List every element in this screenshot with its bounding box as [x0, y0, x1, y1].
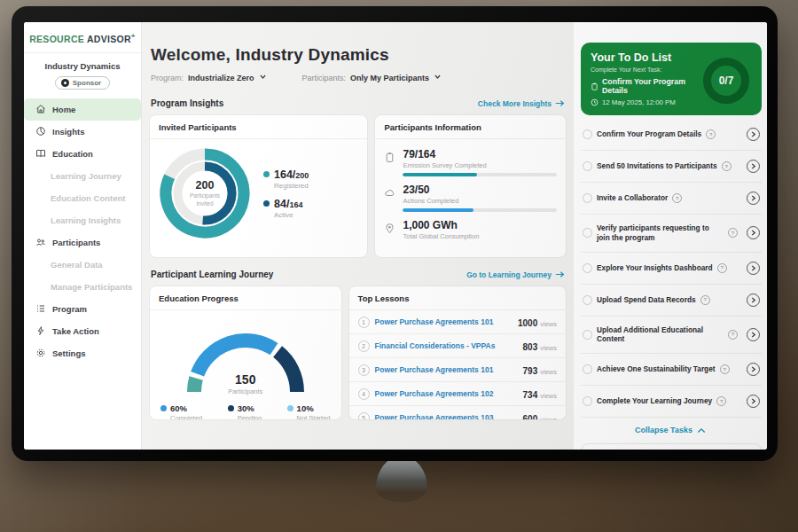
gauge-center: 150 Participants — [178, 372, 313, 395]
sponsor-icon — [61, 79, 69, 87]
task-checkbox[interactable] — [583, 295, 592, 305]
task-label: Upload Additional Educational Content — [597, 325, 724, 345]
lesson-title-link[interactable]: Financial Considerations - VPPAs — [375, 341, 518, 350]
lesson-title-link[interactable]: Power Purchase Agreements 101 — [375, 365, 518, 374]
sidebar-item-label: Learning Insights — [51, 215, 121, 225]
pinfo-label: Emission Survey Completed — [403, 161, 557, 169]
sidebar-item-label: Education Content — [51, 193, 125, 203]
gauge-center-value: 150 — [178, 372, 313, 387]
help-icon[interactable]: ? — [722, 161, 732, 171]
todo-next-task-label: Confirm Your Program Details — [602, 77, 697, 95]
task-checkbox[interactable] — [583, 193, 592, 203]
sidebar-item-label: Learning Journey — [51, 171, 121, 181]
task-row[interactable]: Achieve One Sustainability Target? — [581, 354, 762, 386]
education-legend-item: 10%Not Started — [287, 403, 331, 420]
legend-label: Active — [274, 211, 309, 219]
sidebar-item-education[interactable]: Education — [24, 143, 141, 165]
collapse-tasks-link[interactable]: Collapse Tasks — [574, 426, 767, 434]
clock-icon — [591, 98, 598, 106]
gauge-center-label: Participants — [178, 387, 313, 395]
sidebar-item-take-action[interactable]: Take Action — [24, 320, 141, 342]
task-checkbox[interactable] — [583, 161, 592, 171]
todo-next-task: Confirm Your Program Details — [591, 77, 697, 95]
task-open-button[interactable] — [747, 363, 760, 376]
task-row[interactable]: Upload Additional Educational Content? — [581, 317, 762, 355]
sponsor-label: Sponsor — [73, 79, 101, 87]
sidebar-item-label: Insights — [52, 127, 84, 137]
task-open-button[interactable] — [747, 226, 760, 239]
chevron-up-icon — [697, 427, 706, 434]
task-open-button[interactable] — [747, 128, 760, 141]
collapse-tasks-label: Collapse Tasks — [635, 426, 692, 434]
task-row[interactable]: Invite a Collaborator? — [581, 183, 762, 215]
sidebar-item-education-content[interactable]: Education Content — [24, 187, 141, 209]
help-icon[interactable]: ? — [716, 396, 726, 406]
participants-filter[interactable]: Participants: Only My Participants — [302, 73, 442, 82]
logo-secondary: ADVISOR — [87, 34, 131, 44]
lesson-title-link[interactable]: Power Purchase Agreements 103 — [375, 413, 518, 420]
arrow-right-icon — [555, 270, 565, 278]
sidebar-item-general-data[interactable]: General Data — [24, 254, 141, 276]
lesson-row: 4Power Purchase Agreements 102734views — [349, 382, 566, 406]
help-icon[interactable]: ? — [672, 193, 682, 203]
legend-dot — [160, 405, 167, 411]
task-checkbox[interactable] — [583, 263, 592, 273]
help-icon[interactable]: ? — [706, 129, 716, 139]
todo-summary-left: Your To Do List Complete Your Next Task:… — [591, 51, 697, 106]
task-open-button[interactable] — [747, 293, 760, 307]
task-row[interactable]: Complete Your Learning Journey? — [581, 386, 762, 418]
sidebar-item-manage-participants[interactable]: Manage Participants — [24, 276, 141, 298]
task-row[interactable]: Verify participants requesting to join t… — [581, 215, 762, 253]
lesson-rank: 5 — [358, 412, 370, 421]
sidebar-item-learning-journey[interactable]: Learning Journey — [24, 165, 141, 187]
help-icon[interactable]: ? — [700, 295, 710, 305]
sidebar-item-program[interactable]: Program — [24, 298, 141, 320]
sidebar-item-settings[interactable]: Settings — [24, 342, 141, 364]
filter-bar: Program: Industrialize Zero Participants… — [151, 73, 567, 82]
sidebar-item-participants[interactable]: Participants — [24, 231, 141, 254]
legend-label: Registered — [274, 182, 309, 190]
todo-title: Your To Do List — [591, 51, 697, 64]
task-row[interactable]: Confirm Your Program Details? — [581, 119, 762, 151]
task-checkbox[interactable] — [583, 228, 592, 238]
go-to-learning-journey-link[interactable]: Go to Learning Journey — [466, 270, 565, 279]
survey-icon — [384, 151, 395, 162]
sidebar-item-learning-insights[interactable]: Learning Insights — [24, 209, 141, 231]
program-insights-header: Program Insights Check More Insights — [149, 98, 567, 108]
sponsor-badge: Sponsor — [55, 76, 110, 90]
invited-participants-card: Invited Participants 200 Participants In… — [149, 114, 368, 258]
lesson-title-link[interactable]: Power Purchase Agreements 101 — [375, 317, 512, 326]
help-icon[interactable]: ? — [720, 364, 730, 374]
org-name: Industry Dynamics — [24, 61, 141, 71]
lesson-title-link[interactable]: Power Purchase Agreements 102 — [375, 389, 518, 398]
task-open-button[interactable] — [747, 160, 760, 173]
help-icon[interactable]: ? — [717, 263, 727, 273]
program-filter[interactable]: Program: Industrialize Zero — [151, 73, 267, 82]
task-checkbox[interactable] — [583, 364, 592, 374]
sidebar-item-label: Education — [52, 149, 93, 159]
task-checkbox[interactable] — [583, 396, 592, 406]
task-checkbox[interactable] — [583, 129, 592, 139]
task-open-button[interactable] — [747, 328, 760, 341]
check-more-insights-link[interactable]: Check More Insights — [478, 99, 565, 108]
task-row[interactable]: Explore Your Insights Dashboard? — [581, 253, 762, 285]
task-label: Invite a Collaborator — [597, 193, 668, 203]
task-row[interactable]: Upload Spend Data Records? — [581, 285, 762, 317]
help-icon[interactable]: ? — [728, 228, 738, 238]
task-open-button[interactable] — [747, 262, 760, 275]
arrow-right-icon — [555, 99, 565, 107]
task-open-button[interactable] — [747, 395, 760, 408]
learning-journey-header: Participant Learning Journey Go to Learn… — [149, 270, 567, 279]
settings-icon — [35, 348, 46, 358]
task-open-button[interactable] — [747, 192, 760, 205]
sidebar-menu: HomeInsightsEducationLearning JourneyEdu… — [24, 98, 141, 364]
task-row[interactable]: Send 50 Invitations to Participants? — [581, 151, 762, 183]
chevron-down-icon — [259, 73, 267, 82]
task-checkbox[interactable] — [583, 330, 592, 340]
help-icon[interactable]: ? — [728, 330, 738, 340]
lesson-row: 1Power Purchase Agreements 1011000views — [349, 310, 566, 334]
sidebar-item-insights[interactable]: Insights — [24, 121, 141, 143]
sidebar-item-home[interactable]: Home — [24, 98, 141, 121]
participants-info-title: Participants Information — [375, 115, 566, 139]
pinfo-value: 79/164 — [403, 148, 557, 160]
